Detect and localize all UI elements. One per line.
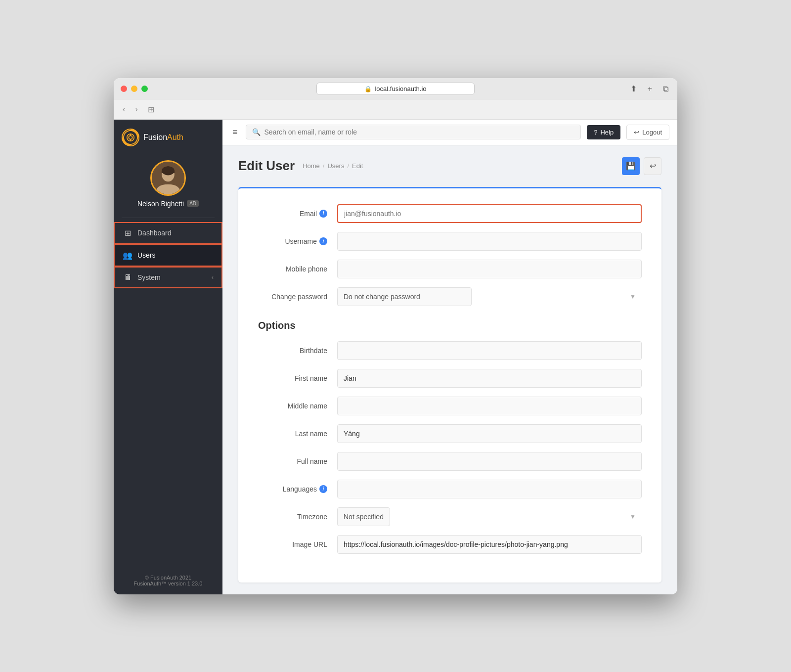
languages-row: Languages i [258, 480, 642, 498]
first-name-input[interactable] [337, 369, 642, 388]
back-action-button[interactable]: ↩ [644, 157, 661, 175]
sidebar-item-system[interactable]: 🖥 System ‹ [114, 267, 222, 288]
system-icon: 🖥 [123, 273, 132, 282]
logo-icon [122, 129, 139, 146]
full-name-input[interactable] [337, 452, 642, 471]
breadcrumb: Home / Users / Edit [303, 162, 363, 170]
timezone-chevron-down-icon: ▼ [630, 513, 636, 520]
user-name-area: Nelson Bighetti AD [137, 200, 199, 208]
title-bar-actions: ⬆ + ⧉ [628, 83, 670, 94]
languages-input[interactable] [337, 480, 642, 498]
last-name-input[interactable] [337, 424, 642, 443]
maximize-button[interactable] [141, 86, 148, 92]
breadcrumb-home[interactable]: Home [303, 162, 320, 170]
footer-version: FusionAuth™ version 1.23.0 [122, 581, 215, 586]
split-button[interactable]: ⧉ [661, 84, 670, 94]
share-button[interactable]: ⬆ [628, 83, 639, 94]
page-actions: 💾 ↩ [622, 157, 661, 175]
svg-point-1 [129, 135, 132, 139]
search-input[interactable] [264, 128, 575, 136]
full-name-row: Full name [258, 452, 642, 471]
breadcrumb-users[interactable]: Users [327, 162, 344, 170]
address-bar-area: 🔒 local.fusionauth.io [316, 83, 475, 95]
save-button[interactable]: 💾 [622, 157, 640, 175]
change-password-select[interactable]: Do not change password Require password … [337, 287, 472, 306]
help-label: Help [600, 129, 614, 136]
logo-inner [123, 130, 138, 145]
search-bar[interactable]: 🔍 [246, 125, 581, 139]
footer-copyright: © FusionAuth 2021 [122, 575, 215, 581]
breadcrumb-sep-1: / [323, 162, 325, 170]
help-button[interactable]: ? Help [587, 125, 620, 139]
menu-button[interactable]: ⊞ [145, 103, 157, 116]
email-label: Email i [258, 210, 337, 218]
mobile-phone-input[interactable] [337, 260, 642, 278]
minimize-button[interactable] [131, 86, 137, 92]
options-section-title: Options [258, 320, 642, 331]
logo-text: FusionAuth [143, 133, 183, 142]
full-name-label: Full name [258, 457, 337, 465]
logout-arrow-icon: ↩ [634, 129, 639, 136]
search-icon: 🔍 [252, 128, 261, 136]
breadcrumb-current: Edit [352, 162, 363, 170]
page-title-area: Edit User Home / Users / Edit [238, 158, 363, 174]
change-password-select-wrapper: Do not change password Require password … [337, 287, 642, 306]
app-layout: FusionAuth [114, 120, 677, 594]
timezone-label: Timezone [258, 513, 337, 521]
birthdate-row: Birthdate [258, 341, 642, 360]
breadcrumb-sep-2: / [347, 162, 349, 170]
username-row: Username i [258, 232, 642, 251]
first-name-label: First name [258, 374, 337, 382]
avatar [150, 160, 186, 196]
change-password-label: Change password [258, 293, 337, 301]
email-input[interactable] [337, 204, 642, 223]
mobile-phone-label: Mobile phone [258, 265, 337, 273]
user-name-text: Nelson Bighetti [137, 200, 184, 208]
timezone-row: Timezone Not specified ▼ [258, 507, 642, 526]
birthdate-input[interactable] [337, 341, 642, 360]
last-name-row: Last name [258, 424, 642, 443]
middle-name-label: Middle name [258, 402, 337, 410]
middle-name-input[interactable] [337, 397, 642, 415]
chevron-down-icon: ▼ [630, 293, 636, 300]
address-bar[interactable]: 🔒 local.fusionauth.io [316, 83, 475, 95]
email-info-icon[interactable]: i [319, 210, 327, 218]
timezone-select[interactable]: Not specified [337, 507, 390, 526]
logout-button[interactable]: ↩ Logout [626, 125, 669, 140]
sidebar-item-dashboard[interactable]: ⊞ Dashboard [114, 222, 222, 244]
app-window: 🔒 local.fusionauth.io ⬆ + ⧉ ‹ › ⊞ [114, 78, 677, 594]
sidebar: FusionAuth [114, 120, 222, 594]
username-label: Username i [258, 237, 337, 245]
logout-label: Logout [642, 129, 662, 136]
image-url-input[interactable] [337, 535, 642, 554]
timezone-select-wrapper: Not specified ▼ [337, 507, 642, 526]
new-tab-button[interactable]: + [646, 84, 654, 94]
back-button[interactable]: ‹ [120, 103, 128, 116]
main-content: ≡ 🔍 ? Help ↩ Logout E [222, 120, 677, 594]
sidebar-nav: ⊞ Dashboard 👥 Users 🖥 System ‹ [114, 218, 222, 567]
mobile-phone-row: Mobile phone [258, 260, 642, 278]
email-row: Email i [258, 204, 642, 223]
username-input[interactable] [337, 232, 642, 251]
sidebar-item-users[interactable]: 👥 Users [114, 244, 222, 267]
close-button[interactable] [121, 86, 127, 92]
browser-nav-bar: ‹ › ⊞ [114, 100, 677, 120]
sidebar-item-users-label: Users [137, 251, 156, 259]
page-content: Edit User Home / Users / Edit 💾 ↩ [222, 145, 677, 594]
sidebar-footer: © FusionAuth 2021 FusionAuth™ version 1.… [114, 567, 222, 594]
forward-button[interactable]: › [132, 103, 140, 116]
birthdate-label: Birthdate [258, 347, 337, 355]
avatar-image [152, 162, 184, 194]
sidebar-item-dashboard-label: Dashboard [137, 229, 172, 237]
languages-info-icon[interactable]: i [319, 485, 327, 493]
help-icon: ? [594, 129, 597, 136]
middle-name-row: Middle name [258, 397, 642, 415]
last-name-label: Last name [258, 430, 337, 438]
change-password-row: Change password Do not change password R… [258, 287, 642, 306]
first-name-row: First name [258, 369, 642, 388]
sidebar-item-system-label: System [137, 273, 161, 281]
hamburger-button[interactable]: ≡ [230, 125, 240, 139]
username-info-icon[interactable]: i [319, 237, 327, 245]
image-url-row: Image URL [258, 535, 642, 554]
image-url-label: Image URL [258, 540, 337, 548]
